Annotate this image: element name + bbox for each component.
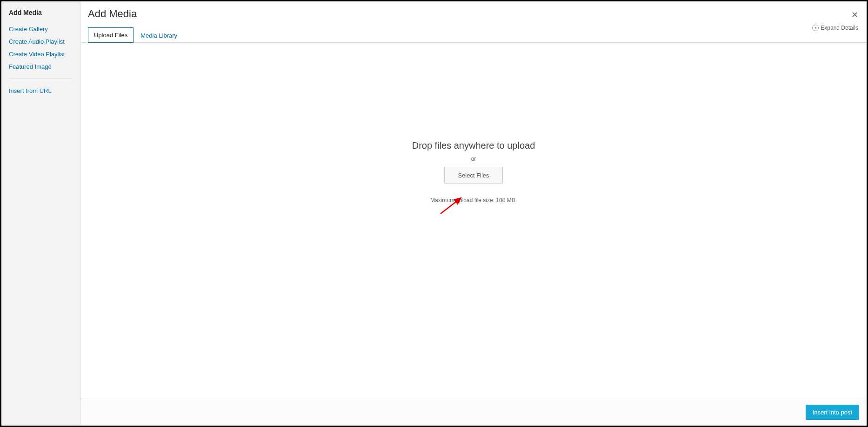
page-title: Add Media (88, 8, 859, 20)
modal-body: Add Media Create Gallery Create Audio Pl… (1, 1, 867, 426)
select-files-button[interactable]: Select Files (444, 167, 502, 184)
tabs: Upload Files Media Library (80, 24, 867, 43)
drop-message: Drop files anywhere to upload (412, 140, 535, 151)
close-icon: ✕ (851, 10, 858, 20)
add-media-modal: Add Media Create Gallery Create Audio Pl… (0, 0, 868, 427)
or-text: or (471, 156, 476, 162)
sidebar-item-insert-from-url[interactable]: Insert from URL (9, 85, 73, 97)
sidebar-title: Add Media (9, 9, 73, 16)
modal-footer: Insert into post (80, 399, 867, 426)
sidebar-item-featured-image[interactable]: Featured Image (9, 60, 73, 73)
insert-into-post-button[interactable]: Insert into post (806, 405, 859, 420)
close-button[interactable]: ✕ (849, 8, 860, 22)
sidebar-item-create-audio-playlist[interactable]: Create Audio Playlist (9, 35, 73, 48)
main-header: Add Media ✕ ◂ Expand Details (80, 1, 867, 20)
sidebar: Add Media Create Gallery Create Audio Pl… (1, 1, 80, 426)
tab-media-library[interactable]: Media Library (134, 28, 183, 43)
max-upload-size: Maximum upload file size: 100 MB. (430, 197, 517, 204)
upload-area[interactable]: Drop files anywhere to upload or Select … (80, 43, 867, 399)
tab-upload-files[interactable]: Upload Files (88, 27, 134, 43)
sidebar-item-create-gallery[interactable]: Create Gallery (9, 23, 73, 35)
sidebar-item-create-video-playlist[interactable]: Create Video Playlist (9, 48, 73, 60)
sidebar-divider (9, 79, 73, 79)
main-panel: Add Media ✕ ◂ Expand Details Upload File… (80, 1, 867, 426)
